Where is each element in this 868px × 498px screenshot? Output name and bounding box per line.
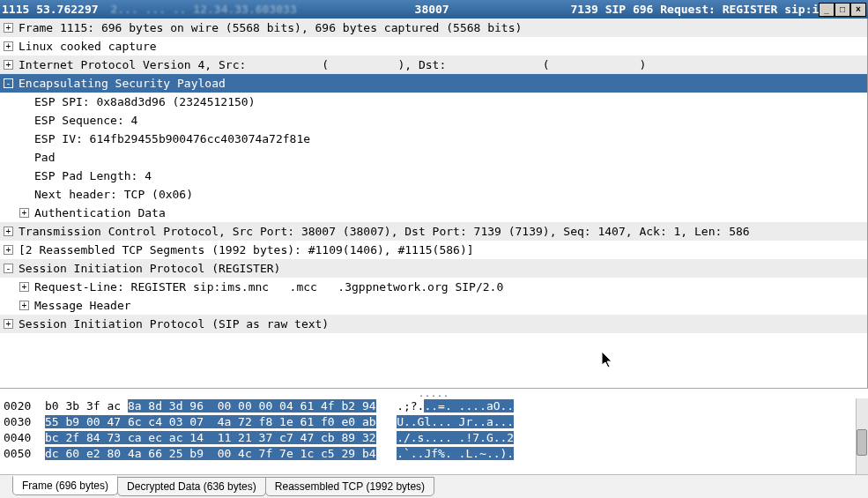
bytes-tab[interactable]: Frame (696 bytes) [12, 476, 118, 495]
window-title-text: 1115 53.762297 2... ... .. 12.34.33.6030… [2, 3, 819, 16]
tree-label: Pad [34, 148, 55, 167]
tree-label: Session Initiation Protocol (SIP as raw … [19, 315, 329, 333]
packet-details-tree[interactable]: +Frame 1115: 696 bytes on wire (5568 bit… [0, 19, 868, 388]
tree-label: Authentication Data [34, 204, 166, 222]
tree-row[interactable]: -Session Initiation Protocol (REGISTER) [0, 259, 867, 278]
hex-ascii: .;?. [376, 399, 425, 413]
hex-row[interactable]: 0020 b0 3b 3f ac 8a 8d 3d 96 00 00 00 04… [0, 398, 868, 414]
bytes-tab[interactable]: Decrypted Data (636 bytes) [117, 477, 266, 496]
title-col-blur: 2... ... .. 12.34.33.603033 [110, 3, 296, 16]
hex-ascii [376, 431, 397, 444]
tree-row[interactable]: +Message Header [0, 296, 867, 315]
hex-ascii-selected: ..=. ....aO.. [424, 399, 514, 413]
expand-icon[interactable]: + [19, 282, 29, 292]
hex-bytes-selected: 55 b9 00 47 6c c4 03 07 4a 72 f8 1e 61 f… [45, 415, 376, 428]
hex-scrollbar-track[interactable] [856, 398, 868, 474]
tree-row[interactable]: +Request-Line: REGISTER sip:ims.mnc .mcc… [0, 278, 867, 296]
hex-offset: 0030 [4, 415, 45, 428]
expand-icon[interactable]: + [19, 301, 29, 310]
expand-icon[interactable]: + [4, 245, 13, 255]
expand-icon[interactable]: + [4, 227, 13, 236]
tree-row[interactable]: +Session Initiation Protocol (SIP as raw… [0, 315, 867, 333]
tree-row[interactable]: -Encapsulating Security Payload [0, 74, 867, 93]
minimize-button[interactable]: _ [819, 3, 835, 17]
hex-offset: 0040 [4, 431, 45, 444]
tree-label: [2 Reassembled TCP Segments (1992 bytes)… [19, 241, 474, 259]
tree-label: ESP Sequence: 4 [34, 111, 137, 130]
title-col-frame: 1115 53.762297 [2, 3, 99, 16]
tree-row[interactable]: +[2 Reassembled TCP Segments (1992 bytes… [0, 241, 867, 259]
hex-bytes-selected: dc 60 e2 80 4a 66 25 b9 00 4c 7f 7e 1c c… [45, 447, 376, 460]
pane-divider[interactable]: ..... [0, 388, 868, 398]
tree-label: Next header: TCP (0x06) [34, 185, 193, 204]
hex-bytes: b0 3b 3f ac [45, 399, 128, 413]
window-titlebar: 1115 53.762297 2... ... .. 12.34.33.6030… [0, 0, 868, 19]
hex-ascii-selected: U..Gl... Jr..a... [397, 415, 514, 428]
title-col-info: 7139 SIP 696 Request: REGISTER sip:in [571, 3, 819, 16]
tree-row[interactable]: +Transmission Control Protocol, Src Port… [0, 222, 867, 241]
title-col-port: 38007 [415, 3, 449, 16]
bytes-tabs: Frame (696 bytes)Decrypted Data (636 byt… [0, 474, 868, 498]
expand-icon[interactable]: + [4, 23, 13, 33]
tree-label: Request-Line: REGISTER sip:ims.mnc .mcc … [34, 278, 503, 296]
hex-ascii-selected: ./.s.... .!7.G..2 [397, 431, 514, 444]
tree-row[interactable]: +Internet Protocol Version 4, Src: ( ), … [0, 56, 867, 74]
tree-row[interactable]: Next header: TCP (0x06) [0, 185, 867, 204]
tree-label: Message Header [34, 296, 131, 315]
hex-row[interactable]: 0030 55 b9 00 47 6c c4 03 07 4a 72 f8 1e… [0, 414, 868, 430]
hex-ascii [376, 415, 397, 428]
expand-icon[interactable]: + [19, 208, 29, 218]
hex-ascii [376, 447, 397, 460]
hex-bytes-selected: bc 2f 84 73 ca ec ac 14 11 21 37 c7 47 c… [45, 431, 376, 444]
hex-scrollbar-thumb[interactable] [857, 429, 867, 456]
divider-dots: ..... [419, 389, 449, 398]
tree-label: Session Initiation Protocol (REGISTER) [19, 259, 280, 278]
hex-bytes-selected: 8a 8d 3d 96 00 00 00 04 61 4f b2 94 [128, 399, 376, 413]
tree-label: Internet Protocol Version 4, Src: ( ), D… [19, 56, 646, 74]
expand-icon[interactable]: + [4, 319, 13, 329]
maximize-button[interactable]: □ [835, 3, 850, 17]
tree-row[interactable]: Pad [0, 148, 867, 167]
tree-label: Linux cooked capture [19, 37, 157, 56]
hex-offset: 0020 [4, 399, 45, 413]
tree-row[interactable]: ESP Pad Length: 4 [0, 167, 867, 185]
tree-label: Transmission Control Protocol, Src Port:… [19, 222, 750, 241]
tree-row[interactable]: ESP IV: 614fb29455b900476cc403074a72f81e [0, 130, 867, 148]
tree-label: ESP Pad Length: 4 [34, 167, 152, 185]
tree-row[interactable]: ESP Sequence: 4 [0, 111, 867, 130]
expand-icon[interactable]: + [4, 60, 13, 70]
tree-row[interactable]: +Authentication Data [0, 204, 867, 222]
packet-bytes-pane[interactable]: 0020 b0 3b 3f ac 8a 8d 3d 96 00 00 00 04… [0, 398, 868, 474]
collapse-icon[interactable]: - [4, 264, 13, 273]
tree-label: ESP IV: 614fb29455b900476cc403074a72f81e [34, 130, 310, 148]
hex-row[interactable]: 0050 dc 60 e2 80 4a 66 25 b9 00 4c 7f 7e… [0, 446, 868, 462]
expand-icon[interactable]: + [4, 41, 13, 51]
collapse-icon[interactable]: - [4, 78, 13, 88]
bytes-tab[interactable]: Reassembled TCP (1992 bytes) [265, 477, 434, 496]
tree-row[interactable]: ESP SPI: 0x8a8d3d96 (2324512150) [0, 93, 867, 111]
hex-ascii-selected: .`..Jf%. .L.~..). [397, 447, 514, 460]
tree-row[interactable]: +Linux cooked capture [0, 37, 867, 56]
close-button[interactable]: × [850, 3, 866, 17]
window-controls: _ □ × [819, 3, 866, 17]
hex-row[interactable]: 0040 bc 2f 84 73 ca ec ac 14 11 21 37 c7… [0, 430, 868, 446]
tree-label: Encapsulating Security Payload [19, 74, 226, 93]
tree-label: ESP SPI: 0x8a8d3d96 (2324512150) [34, 93, 255, 111]
tree-row[interactable]: +Frame 1115: 696 bytes on wire (5568 bit… [0, 19, 867, 37]
tree-label: Frame 1115: 696 bytes on wire (5568 bits… [19, 19, 522, 37]
hex-offset: 0050 [4, 447, 45, 460]
